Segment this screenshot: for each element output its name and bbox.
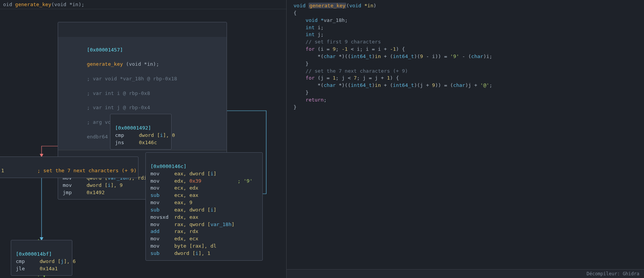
- operand: dword [: [40, 258, 61, 264]
- code-line[interactable]: void generate_key(void *in): [294, 2, 637, 10]
- node-address: [0x000014bf]: [16, 251, 52, 257]
- operand: eax,: [174, 200, 189, 205]
- code-line[interactable]: for (i = 9; -1 < i; i = i + -1) {: [294, 46, 637, 53]
- opcode: mov: [150, 170, 174, 178]
- opcode: sub: [150, 206, 174, 214]
- opcode: cmp: [115, 132, 139, 139]
- operand: dword [: [174, 250, 195, 256]
- token-plain: + (: [381, 82, 393, 88]
- token-plain: )(j +: [414, 82, 432, 88]
- jump-target[interactable]: 0x1492: [87, 190, 105, 195]
- token-kw: for: [305, 46, 314, 52]
- token-plain: ) {: [396, 46, 405, 52]
- token-plain: ;: [336, 46, 342, 52]
- code-line[interactable]: }: [294, 60, 637, 68]
- var-ref: j: [61, 258, 64, 264]
- token-num: -1: [390, 46, 396, 52]
- node-address: [0x00001457]: [87, 47, 123, 53]
- operand: dword [: [139, 132, 160, 138]
- token-plain: [294, 39, 305, 45]
- code-line[interactable]: }: [294, 89, 637, 97]
- token-num: 1: [387, 75, 390, 81]
- var-comment: ; var int j @ rbp-0x4: [87, 105, 150, 110]
- opcode: mov: [150, 178, 174, 185]
- token-plain: i;: [315, 25, 324, 30]
- immediate: 1: [207, 250, 210, 256]
- token-type: int: [305, 25, 314, 30]
- code-line[interactable]: *(char *)((int64_t)in + (int64_t)(9 - i)…: [294, 53, 637, 60]
- code-line[interactable]: return;: [294, 97, 637, 104]
- operand: ],: [199, 250, 207, 256]
- node-0x14bf[interactable]: [0x000014bf] cmpdword [j], 6 jle0x14a1: [11, 240, 72, 276]
- token-plain: ; j = j +: [357, 75, 387, 81]
- opcode: jmp: [63, 189, 87, 196]
- code-line[interactable]: int i;: [294, 24, 637, 32]
- token-plain: *)((: [339, 53, 350, 59]
- token-kw: for: [305, 75, 314, 81]
- code-line[interactable]: // set first 9 characters: [294, 38, 637, 46]
- token-plain: ) {: [390, 75, 399, 81]
- graph-area[interactable]: [0x00001457] generate_key (void *in); ; …: [0, 9, 286, 278]
- hex-literal: 0x39: [189, 178, 201, 184]
- opcode: sub: [150, 250, 174, 257]
- token-plain: )) = (: [435, 82, 453, 88]
- token-plain: [294, 97, 305, 103]
- var-ref: i: [210, 207, 214, 213]
- token-plain: - i)) =: [423, 53, 450, 59]
- token-comment: // set the 7 next characters (+ 9): [305, 68, 408, 74]
- node-0x1492[interactable]: [0x00001492] cmpdword [i], 0 jns0x146c: [110, 114, 172, 150]
- token-plain: )j +: [465, 82, 480, 88]
- disassembly-graph-panel[interactable]: oid generate_key(void *in);: [0, 0, 287, 278]
- token-num: 9: [333, 46, 336, 52]
- opcode: movsxd: [150, 214, 174, 221]
- opcode: mov: [150, 185, 174, 192]
- code-line[interactable]: for (j = 1; j < 7; j = j + 1) {: [294, 75, 637, 82]
- operand: eax, dword [: [174, 207, 210, 213]
- code-line[interactable]: {: [294, 10, 637, 17]
- code-line[interactable]: *(char *)((int64_t)in + (int64_t)(j + 9)…: [294, 82, 637, 89]
- code-line[interactable]: // set the 7 next characters (+ 9): [294, 68, 637, 75]
- token-reg: in: [375, 82, 381, 88]
- var-ref: i: [160, 132, 163, 138]
- code-line[interactable]: int j;: [294, 31, 637, 38]
- token-reg: *in: [364, 3, 373, 8]
- node-sig-suffix: (void *in);: [123, 61, 159, 67]
- node-address: [0x00001492]: [115, 125, 151, 131]
- var-ref: i: [210, 171, 214, 176]
- token-type: int64_t: [351, 53, 372, 59]
- token-type: char: [471, 53, 483, 59]
- operand: rax, qword [: [174, 221, 210, 227]
- jump-target[interactable]: 0x14a1: [40, 266, 58, 271]
- node-left-truncated[interactable]: 1 ; set the 7 next characters (+ 9): [0, 156, 138, 178]
- decompiler-panel[interactable]: void generate_key(void *in){ void *var_1…: [287, 0, 644, 278]
- inline-comment: ; '9': [237, 178, 252, 184]
- token-plain: }: [294, 61, 309, 67]
- operands: byte [rax], dl: [174, 243, 217, 249]
- decompiled-code[interactable]: void generate_key(void *in){ void *var_1…: [287, 0, 644, 113]
- opcode: mov: [150, 199, 174, 206]
- code-line[interactable]: void *var_18h;: [294, 17, 637, 24]
- header-suffix: (void *in);: [51, 2, 84, 7]
- token-plain: (i =: [315, 46, 333, 52]
- opcode: mov: [150, 221, 174, 228]
- immediate: 6: [73, 258, 76, 264]
- token-type: char: [324, 53, 339, 59]
- token-plain: [294, 68, 305, 74]
- token-type: int: [305, 32, 314, 37]
- immediate: 9: [189, 200, 192, 205]
- token-plain: - (: [459, 53, 471, 59]
- jump-target[interactable]: 0x146c: [139, 140, 157, 145]
- token-plain: j;: [315, 32, 324, 37]
- token-plain: + (: [381, 53, 393, 59]
- token-plain: var_18h;: [324, 17, 348, 23]
- token-plain: *)((: [339, 82, 350, 88]
- node-0x146c[interactable]: [0x0000146c] moveax, dword [i] movedx, 0…: [145, 152, 263, 261]
- opcode: sub: [150, 192, 174, 199]
- token-plain: [294, 32, 305, 37]
- var-ref: var_18h: [210, 221, 232, 227]
- token-reg: in: [375, 53, 381, 59]
- code-line[interactable]: }: [294, 104, 637, 111]
- token-plain: < i; i = i +: [348, 46, 390, 52]
- operand: ],: [163, 132, 172, 138]
- inline-comment: ; set the 7 next characters (+ 9): [37, 168, 137, 173]
